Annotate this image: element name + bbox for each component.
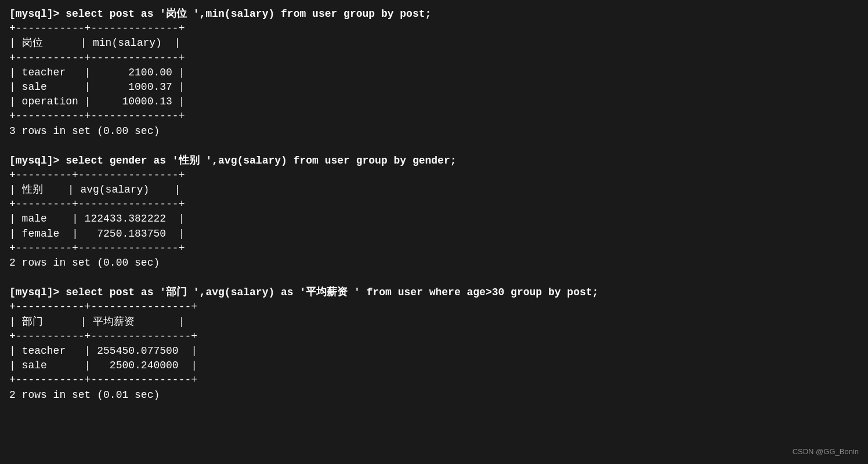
watermark: CSDN @GG_Bonin bbox=[793, 447, 859, 457]
table-3-row-2: +-----------+----------------+ bbox=[9, 329, 859, 344]
table-1-row-6: +-----------+--------------+ bbox=[9, 109, 859, 124]
spacer-1 bbox=[9, 143, 859, 154]
table-2-row-2: +---------+----------------+ bbox=[9, 197, 859, 212]
prompt-line-3: [mysql]> select post as '部门 ',avg(salary… bbox=[9, 285, 859, 300]
table-1-row-3: | teacher | 2100.00 | bbox=[9, 66, 859, 80]
prompt-line-2: [mysql]> select gender as '性别 ',avg(sala… bbox=[9, 154, 859, 168]
table-3-row-3: | teacher | 255450.077500 | bbox=[9, 344, 859, 358]
table-3-row-1: | 部门 | 平均薪资 | bbox=[9, 315, 859, 329]
query-block-1: [mysql]> select post as '岗位 ',min(salary… bbox=[9, 7, 859, 139]
spacer-2 bbox=[9, 275, 859, 285]
result-line-1: 3 rows in set (0.00 sec) bbox=[9, 124, 859, 139]
result-line-3: 2 rows in set (0.01 sec) bbox=[9, 388, 859, 403]
table-2-row-0: +---------+----------------+ bbox=[9, 168, 859, 183]
table-2-row-3: | male | 122433.382222 | bbox=[9, 212, 859, 226]
table-2-row-5: +---------+----------------+ bbox=[9, 241, 859, 256]
table-1-row-0: +-----------+--------------+ bbox=[9, 21, 859, 36]
table-2-row-4: | female | 7250.183750 | bbox=[9, 227, 859, 241]
table-3-row-0: +-----------+----------------+ bbox=[9, 300, 859, 314]
terminal-container: [mysql]> select post as '岗位 ',min(salary… bbox=[9, 7, 859, 403]
table-3-row-5: +-----------+----------------+ bbox=[9, 373, 859, 387]
query-block-3: [mysql]> select post as '部门 ',avg(salary… bbox=[9, 285, 859, 403]
table-1: +-----------+--------------+ | 岗位 | min(… bbox=[9, 21, 859, 124]
table-3-row-4: | sale | 2500.240000 | bbox=[9, 358, 859, 373]
table-1-row-4: | sale | 1000.37 | bbox=[9, 80, 859, 95]
table-1-row-1: | 岗位 | min(salary) | bbox=[9, 36, 859, 50]
prompt-line-1: [mysql]> select post as '岗位 ',min(salary… bbox=[9, 7, 859, 21]
query-block-2: [mysql]> select gender as '性别 ',avg(sala… bbox=[9, 154, 859, 271]
table-2-row-1: | 性别 | avg(salary) | bbox=[9, 183, 859, 197]
result-line-2: 2 rows in set (0.00 sec) bbox=[9, 256, 859, 270]
table-1-row-2: +-----------+--------------+ bbox=[9, 51, 859, 66]
table-3: +-----------+----------------+ | 部门 | 平均… bbox=[9, 300, 859, 387]
table-2: +---------+----------------+ | 性别 | avg(… bbox=[9, 168, 859, 256]
table-1-row-5: | operation | 10000.13 | bbox=[9, 95, 859, 109]
